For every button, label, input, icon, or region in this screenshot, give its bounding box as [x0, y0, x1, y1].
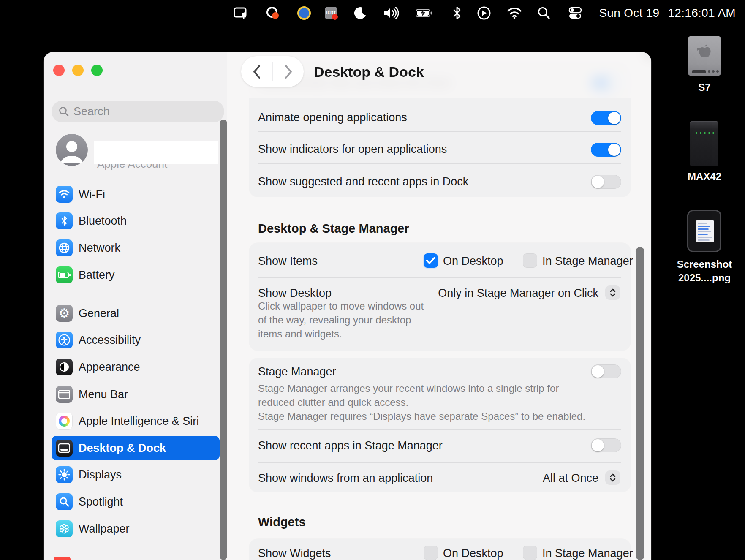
desktop-label-s7[interactable]: S7: [671, 82, 738, 93]
drive-led: [700, 132, 701, 134]
display-mirror-icon[interactable]: [232, 0, 249, 26]
stage-manager-description-3: Stage Manager requires “Displays have se…: [258, 410, 585, 422]
sidebar: Apple Account Wi-Fi Bluetooth Network Ba…: [44, 52, 227, 560]
apple-intelligence-icon: [56, 413, 73, 430]
checkbox-show-widgets-on-desktop[interactable]: [424, 546, 438, 560]
desktop-label-max42[interactable]: MAX42: [671, 171, 738, 182]
checkbox-show-items-on-desktop[interactable]: [424, 253, 438, 268]
displays-icon: [56, 466, 73, 483]
sidebar-item-wifi[interactable]: Wi-Fi: [52, 182, 220, 207]
section-heading-widgets: Widgets: [258, 515, 306, 529]
avatar[interactable]: [56, 134, 88, 166]
checkbox-label-on-desktop: On Desktop: [443, 255, 503, 268]
row-label-show-items: Show Items: [258, 255, 318, 268]
row-label-show-desktop: Show Desktop: [258, 287, 332, 300]
drive-led: [712, 132, 714, 134]
row-label-show-windows-from-app: Show windows from an application: [258, 472, 433, 485]
sidebar-item-battery[interactable]: Battery: [52, 263, 220, 287]
section-heading-desktop-stage-manager: Desktop & Stage Manager: [258, 222, 409, 236]
desktop-label-screenshot[interactable]: Screenshot: [671, 258, 738, 270]
menu-bar-clock[interactable]: Sun Oct 19 12:16:01 AM: [599, 0, 736, 26]
toggle-animate-opening[interactable]: [591, 111, 621, 125]
system-settings-window: Apple Account Wi-Fi Bluetooth Network Ba…: [44, 52, 651, 560]
sidebar-item-wallpaper[interactable]: Wallpaper: [52, 517, 220, 541]
control-center-icon[interactable]: [567, 0, 584, 26]
redaction-box: [94, 141, 218, 164]
menu-bar-icon: [56, 386, 73, 403]
nav-pill: [241, 56, 304, 87]
sidebar-item-menu-bar[interactable]: Menu Bar: [52, 382, 220, 407]
sidebar-item-displays[interactable]: Displays: [52, 462, 220, 487]
sidebar-item-general[interactable]: ⚙ General: [52, 301, 220, 326]
battery-charging-icon[interactable]: [416, 0, 432, 26]
toggle-stage-manager[interactable]: [591, 364, 621, 378]
wifi-icon[interactable]: [506, 0, 523, 26]
browser-profile-icon[interactable]: [296, 0, 313, 26]
drive-led: [708, 132, 710, 134]
minimize-button[interactable]: [72, 65, 84, 76]
content-scrollbar[interactable]: [636, 247, 644, 560]
sidebar-item-network[interactable]: Network: [52, 236, 220, 260]
sidebar-scrollbar[interactable]: [220, 120, 227, 560]
screenshot-thumbnail: [696, 220, 714, 242]
spotlight-search-icon[interactable]: [536, 0, 552, 26]
zoom-button[interactable]: [91, 65, 103, 76]
accessibility-icon: [56, 332, 73, 348]
drive-led: [696, 132, 697, 134]
desktop-icon-screenshot[interactable]: [687, 210, 721, 252]
volume-icon[interactable]: [383, 0, 400, 26]
wallpaper-icon: [56, 520, 73, 537]
checkbox-label-widgets-in-stage-manager: In Stage Manager: [542, 547, 633, 560]
desktop-icon-max42[interactable]: [690, 121, 718, 166]
appearance-icon: [56, 359, 73, 375]
chevron-up-down-icon[interactable]: [605, 470, 620, 485]
forward-button[interactable]: [273, 56, 304, 87]
select-value-show-desktop[interactable]: Only in Stage Manager on Click: [438, 287, 598, 300]
select-value-show-windows[interactable]: All at Once: [543, 472, 598, 485]
back-button[interactable]: [241, 56, 272, 87]
search-field[interactable]: [52, 101, 224, 122]
show-desktop-description-2: of the way, revealing your desktop: [258, 314, 411, 326]
sidebar-item-accessibility[interactable]: Accessibility: [52, 328, 220, 352]
focus-moon-icon[interactable]: [351, 0, 368, 26]
gear-icon: ⚙: [56, 305, 73, 322]
checkbox-show-items-in-stage-manager[interactable]: [523, 253, 537, 268]
row-label-stage-manager: Stage Manager: [258, 365, 336, 378]
chevron-up-down-icon[interactable]: [605, 285, 620, 300]
toggle-show-suggested[interactable]: [591, 175, 621, 189]
row-label-show-widgets: Show Widgets: [258, 547, 331, 560]
search-input[interactable]: [73, 105, 209, 118]
show-desktop-description-1: Click wallpaper to move windows out: [258, 300, 424, 312]
sidebar-item-apple-intelligence-siri[interactable]: Apple Intelligence & Siri: [52, 409, 220, 433]
sidebar-item-bluetooth[interactable]: Bluetooth: [52, 209, 220, 233]
drive-dot: [716, 70, 719, 73]
row-label-show-indicators: Show indicators for open applications: [258, 143, 447, 156]
close-button[interactable]: [53, 65, 65, 76]
checkbox-label-in-stage-manager: In Stage Manager: [542, 255, 633, 268]
media-play-icon[interactable]: [476, 0, 492, 26]
desktop-label-screenshot-2[interactable]: 2025....png: [671, 272, 738, 284]
bluetooth-icon[interactable]: [449, 0, 465, 26]
iedt-app-icon[interactable]: IEDT: [323, 0, 340, 26]
wifi-icon: [56, 186, 73, 203]
screen-record-icon[interactable]: [264, 0, 281, 26]
sidebar-item-desktop-dock[interactable]: Desktop & Dock: [52, 436, 220, 460]
show-desktop-description-3: items and widgets.: [258, 328, 342, 340]
stage-manager-description-1: Stage Manager arranges your recent windo…: [258, 383, 559, 394]
sidebar-item-appearance[interactable]: Appearance: [52, 355, 220, 379]
checkbox-show-widgets-in-stage-manager[interactable]: [523, 546, 537, 560]
drive-led: [704, 132, 706, 134]
drive-slot: [692, 70, 706, 73]
toggle-show-recent-apps[interactable]: [591, 438, 621, 452]
toggle-show-indicators[interactable]: [591, 143, 621, 157]
row-label-show-recent-apps: Show recent apps in Stage Manager: [258, 439, 443, 452]
desktop-dock-icon: [56, 440, 73, 457]
sidebar-item-spotlight[interactable]: Spotlight: [52, 489, 220, 514]
desktop-icon-s7[interactable]: [688, 36, 721, 76]
drive-dot: [708, 70, 710, 73]
stage-manager-description-2: reduced clutter and quick access.: [258, 397, 408, 408]
checkbox-label-widgets-on-desktop: On Desktop: [443, 547, 503, 560]
search-icon: [58, 106, 69, 117]
menu-bar: IEDT Sun Oct 19 12:16:01 AM: [0, 0, 745, 26]
row-label-animate-opening: Animate opening applications: [258, 111, 407, 124]
